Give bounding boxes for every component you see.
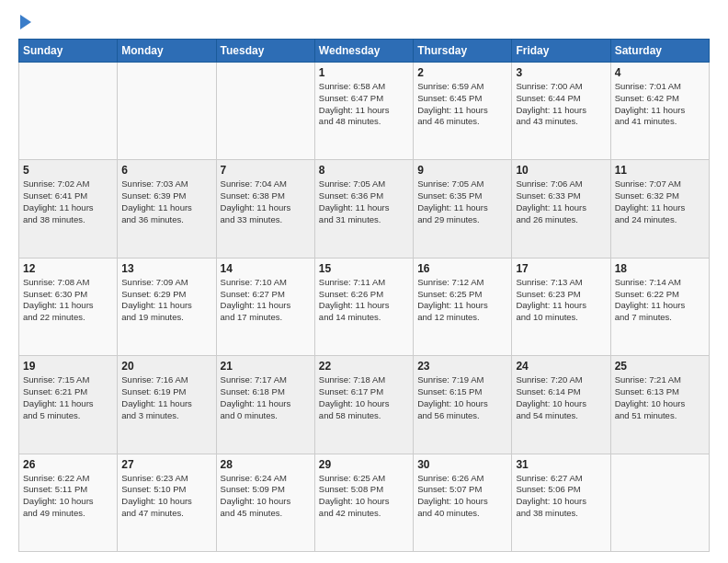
day-info: Sunrise: 7:06 AM Sunset: 6:33 PM Dayligh… xyxy=(516,178,606,225)
weekday-friday: Friday xyxy=(512,40,610,63)
day-number: 24 xyxy=(516,360,606,373)
day-info: Sunrise: 7:04 AM Sunset: 6:38 PM Dayligh… xyxy=(221,178,311,225)
day-number: 17 xyxy=(516,262,606,275)
day-number: 9 xyxy=(417,164,507,177)
day-info: Sunrise: 6:25 AM Sunset: 5:08 PM Dayligh… xyxy=(319,473,409,520)
day-number: 8 xyxy=(319,164,409,177)
day-number: 28 xyxy=(221,458,311,471)
day-cell: 6Sunrise: 7:03 AM Sunset: 6:39 PM Daylig… xyxy=(118,160,216,258)
day-info: Sunrise: 6:26 AM Sunset: 5:07 PM Dayligh… xyxy=(417,473,507,520)
day-cell: 8Sunrise: 7:05 AM Sunset: 6:36 PM Daylig… xyxy=(314,160,413,258)
day-info: Sunrise: 7:19 AM Sunset: 6:15 PM Dayligh… xyxy=(417,374,507,421)
day-info: Sunrise: 7:21 AM Sunset: 6:13 PM Dayligh… xyxy=(615,374,705,421)
day-cell: 9Sunrise: 7:05 AM Sunset: 6:35 PM Daylig… xyxy=(414,160,512,258)
day-cell: 16Sunrise: 7:12 AM Sunset: 6:25 PM Dayli… xyxy=(414,258,512,355)
day-number: 1 xyxy=(319,66,409,79)
day-cell: 31Sunrise: 6:27 AM Sunset: 5:06 PM Dayli… xyxy=(512,454,610,551)
day-cell: 30Sunrise: 6:26 AM Sunset: 5:07 PM Dayli… xyxy=(414,454,512,551)
day-info: Sunrise: 7:02 AM Sunset: 6:41 PM Dayligh… xyxy=(23,178,113,225)
day-cell: 23Sunrise: 7:19 AM Sunset: 6:15 PM Dayli… xyxy=(414,356,512,454)
day-info: Sunrise: 6:58 AM Sunset: 6:47 PM Dayligh… xyxy=(319,81,409,128)
day-cell: 5Sunrise: 7:02 AM Sunset: 6:41 PM Daylig… xyxy=(19,160,118,258)
day-cell: 10Sunrise: 7:06 AM Sunset: 6:33 PM Dayli… xyxy=(512,160,610,258)
day-number: 10 xyxy=(516,164,606,177)
day-info: Sunrise: 7:00 AM Sunset: 6:44 PM Dayligh… xyxy=(516,81,606,128)
weekday-monday: Monday xyxy=(118,40,216,63)
day-number: 7 xyxy=(221,164,311,177)
day-cell: 28Sunrise: 6:24 AM Sunset: 5:09 PM Dayli… xyxy=(216,454,314,551)
day-number: 13 xyxy=(121,262,211,275)
weekday-sunday: Sunday xyxy=(19,40,118,63)
day-number: 18 xyxy=(615,262,705,275)
day-info: Sunrise: 6:24 AM Sunset: 5:09 PM Dayligh… xyxy=(221,473,311,520)
day-cell: 3Sunrise: 7:00 AM Sunset: 6:44 PM Daylig… xyxy=(512,63,610,160)
week-row-1: 1Sunrise: 6:58 AM Sunset: 6:47 PM Daylig… xyxy=(19,63,710,160)
day-cell: 4Sunrise: 7:01 AM Sunset: 6:42 PM Daylig… xyxy=(610,63,709,160)
day-info: Sunrise: 7:17 AM Sunset: 6:18 PM Dayligh… xyxy=(221,374,311,421)
weekday-thursday: Thursday xyxy=(414,40,512,63)
day-info: Sunrise: 7:09 AM Sunset: 6:29 PM Dayligh… xyxy=(121,277,211,324)
day-cell: 7Sunrise: 7:04 AM Sunset: 6:38 PM Daylig… xyxy=(216,160,314,258)
day-info: Sunrise: 6:23 AM Sunset: 5:10 PM Dayligh… xyxy=(121,473,211,520)
day-info: Sunrise: 7:13 AM Sunset: 6:23 PM Dayligh… xyxy=(516,277,606,324)
day-cell: 20Sunrise: 7:16 AM Sunset: 6:19 PM Dayli… xyxy=(118,356,216,454)
day-number: 29 xyxy=(319,458,409,471)
day-info: Sunrise: 7:14 AM Sunset: 6:22 PM Dayligh… xyxy=(615,277,705,324)
day-number: 22 xyxy=(319,360,409,373)
day-info: Sunrise: 7:16 AM Sunset: 6:19 PM Dayligh… xyxy=(121,374,211,421)
day-cell: 21Sunrise: 7:17 AM Sunset: 6:18 PM Dayli… xyxy=(216,356,314,454)
day-info: Sunrise: 7:03 AM Sunset: 6:39 PM Dayligh… xyxy=(121,178,211,225)
day-cell: 1Sunrise: 6:58 AM Sunset: 6:47 PM Daylig… xyxy=(314,63,413,160)
day-number: 27 xyxy=(121,458,211,471)
day-info: Sunrise: 7:01 AM Sunset: 6:42 PM Dayligh… xyxy=(615,81,705,128)
day-info: Sunrise: 7:18 AM Sunset: 6:17 PM Dayligh… xyxy=(319,374,409,421)
day-cell: 17Sunrise: 7:13 AM Sunset: 6:23 PM Dayli… xyxy=(512,258,610,355)
day-number: 3 xyxy=(516,66,606,79)
day-number: 25 xyxy=(615,360,705,373)
day-cell: 29Sunrise: 6:25 AM Sunset: 5:08 PM Dayli… xyxy=(314,454,413,551)
day-number: 31 xyxy=(516,458,606,471)
day-cell xyxy=(118,63,216,160)
logo-arrow-icon xyxy=(20,15,31,29)
day-cell: 18Sunrise: 7:14 AM Sunset: 6:22 PM Dayli… xyxy=(610,258,709,355)
day-info: Sunrise: 6:22 AM Sunset: 5:11 PM Dayligh… xyxy=(23,473,113,520)
day-info: Sunrise: 7:05 AM Sunset: 6:36 PM Dayligh… xyxy=(319,178,409,225)
header xyxy=(18,15,710,29)
day-info: Sunrise: 7:07 AM Sunset: 6:32 PM Dayligh… xyxy=(615,178,705,225)
day-info: Sunrise: 7:12 AM Sunset: 6:25 PM Dayligh… xyxy=(417,277,507,324)
weekday-header-row: SundayMondayTuesdayWednesdayThursdayFrid… xyxy=(19,40,710,63)
day-cell: 13Sunrise: 7:09 AM Sunset: 6:29 PM Dayli… xyxy=(118,258,216,355)
day-cell xyxy=(19,63,118,160)
day-number: 11 xyxy=(615,164,705,177)
day-number: 30 xyxy=(417,458,507,471)
day-cell: 11Sunrise: 7:07 AM Sunset: 6:32 PM Dayli… xyxy=(610,160,709,258)
day-cell xyxy=(610,454,709,551)
day-info: Sunrise: 7:15 AM Sunset: 6:21 PM Dayligh… xyxy=(23,374,113,421)
day-number: 2 xyxy=(417,66,507,79)
day-number: 15 xyxy=(319,262,409,275)
day-cell xyxy=(216,63,314,160)
day-number: 26 xyxy=(23,458,113,471)
day-number: 19 xyxy=(23,360,113,373)
day-info: Sunrise: 7:20 AM Sunset: 6:14 PM Dayligh… xyxy=(516,374,606,421)
day-info: Sunrise: 6:27 AM Sunset: 5:06 PM Dayligh… xyxy=(516,473,606,520)
day-number: 12 xyxy=(23,262,113,275)
page: SundayMondayTuesdayWednesdayThursdayFrid… xyxy=(0,0,728,563)
day-info: Sunrise: 6:59 AM Sunset: 6:45 PM Dayligh… xyxy=(417,81,507,128)
day-number: 23 xyxy=(417,360,507,373)
week-row-2: 5Sunrise: 7:02 AM Sunset: 6:41 PM Daylig… xyxy=(19,160,710,258)
weekday-wednesday: Wednesday xyxy=(314,40,413,63)
day-number: 6 xyxy=(121,164,211,177)
day-cell: 14Sunrise: 7:10 AM Sunset: 6:27 PM Dayli… xyxy=(216,258,314,355)
day-cell: 2Sunrise: 6:59 AM Sunset: 6:45 PM Daylig… xyxy=(414,63,512,160)
day-number: 21 xyxy=(221,360,311,373)
logo-text xyxy=(18,15,31,29)
week-row-3: 12Sunrise: 7:08 AM Sunset: 6:30 PM Dayli… xyxy=(19,258,710,355)
day-cell: 15Sunrise: 7:11 AM Sunset: 6:26 PM Dayli… xyxy=(314,258,413,355)
day-number: 20 xyxy=(121,360,211,373)
day-info: Sunrise: 7:11 AM Sunset: 6:26 PM Dayligh… xyxy=(319,277,409,324)
day-number: 4 xyxy=(615,66,705,79)
weekday-saturday: Saturday xyxy=(610,40,709,63)
day-number: 16 xyxy=(417,262,507,275)
day-cell: 26Sunrise: 6:22 AM Sunset: 5:11 PM Dayli… xyxy=(19,454,118,551)
